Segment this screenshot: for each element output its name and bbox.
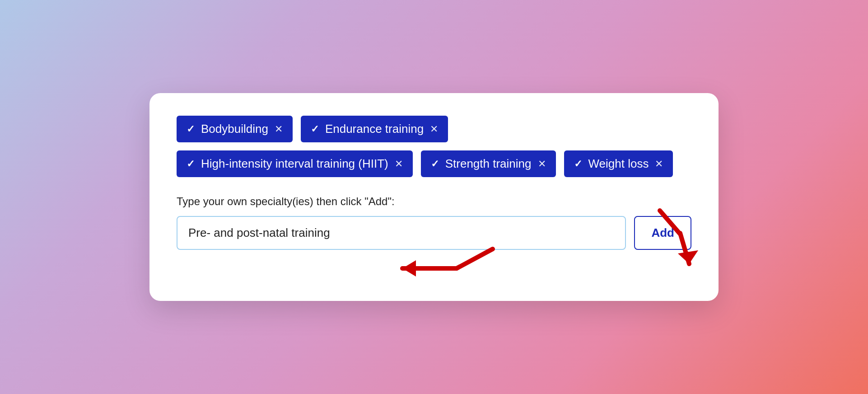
tag-label: Bodybuilding [201,122,268,136]
svg-line-5 [457,249,493,268]
tags-container: ✓ Bodybuilding ✕ ✓ Endurance training ✕ … [177,116,691,177]
check-icon: ✓ [574,158,582,170]
close-icon[interactable]: ✕ [275,123,283,135]
add-button[interactable]: Add [634,216,691,250]
tag-label: High-intensity interval training (HIIT) [201,157,388,171]
input-row: Add [177,216,691,250]
specialty-card: ✓ Bodybuilding ✕ ✓ Endurance training ✕ … [149,93,719,301]
tag-weight-loss[interactable]: ✓ Weight loss ✕ [564,150,673,177]
check-icon: ✓ [187,158,195,170]
tag-endurance-training[interactable]: ✓ Endurance training ✕ [301,116,448,142]
specialty-input[interactable] [177,216,626,250]
check-icon: ✓ [431,158,439,170]
tag-hiit[interactable]: ✓ High-intensity interval training (HIIT… [177,150,413,177]
arrow-to-input [402,249,493,277]
check-icon: ✓ [311,123,319,135]
close-icon[interactable]: ✕ [395,158,403,170]
tag-strength-training[interactable]: ✓ Strength training ✕ [421,150,556,177]
close-icon[interactable]: ✕ [655,158,663,170]
svg-marker-1 [678,250,698,264]
check-icon: ✓ [187,123,195,135]
tag-label: Strength training [445,157,532,171]
close-icon[interactable]: ✕ [430,123,438,135]
svg-marker-4 [402,260,416,277]
tag-bodybuilding[interactable]: ✓ Bodybuilding ✕ [177,116,293,142]
tag-label: Weight loss [588,157,649,171]
instruction-label: Type your own specialty(ies) then click … [177,195,691,208]
close-icon[interactable]: ✕ [538,158,546,170]
tag-label: Endurance training [325,122,424,136]
